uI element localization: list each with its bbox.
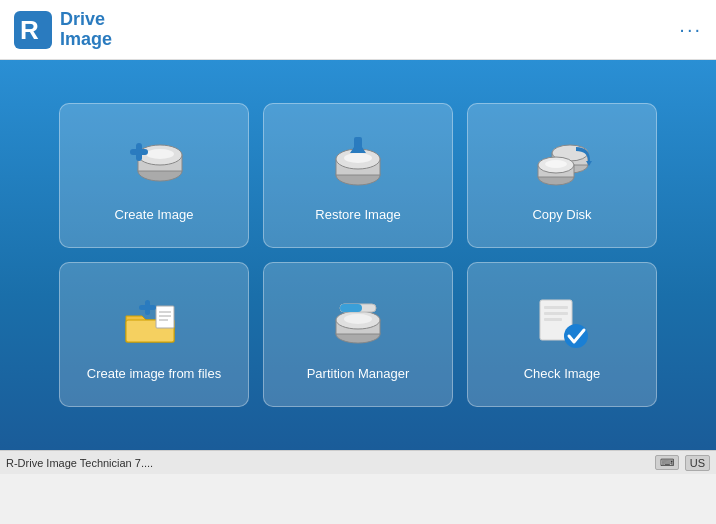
svg-rect-35 — [544, 306, 568, 309]
restore-image-button[interactable]: Restore Image — [263, 103, 453, 248]
main-content: Create Image Restore Image — [0, 60, 716, 450]
statusbar: R-Drive Image Technician 7.... ⌨ US — [0, 450, 716, 474]
svg-point-11 — [344, 153, 372, 163]
svg-rect-22 — [156, 306, 174, 328]
partition-manager-button[interactable]: Partition Manager — [263, 262, 453, 407]
statusbar-right: ⌨ US — [655, 455, 710, 471]
statusbar-text: R-Drive Image Technician 7.... — [6, 457, 153, 469]
create-image-files-label: Create image from files — [87, 366, 221, 381]
svg-point-20 — [545, 160, 567, 168]
feature-grid: Create Image Restore Image — [59, 103, 657, 407]
app-title-line2: Image — [60, 30, 112, 50]
svg-point-5 — [146, 149, 174, 159]
svg-text:R: R — [20, 15, 39, 45]
partition-manager-label: Partition Manager — [307, 366, 410, 381]
partition-manager-icon — [318, 288, 398, 358]
restore-image-icon — [318, 129, 398, 199]
create-image-files-icon — [114, 288, 194, 358]
copy-disk-button[interactable]: Copy Disk — [467, 103, 657, 248]
create-image-button[interactable]: Create Image — [59, 103, 249, 248]
create-image-icon — [114, 129, 194, 199]
app-title: Drive Image — [60, 10, 112, 50]
svg-rect-33 — [340, 304, 362, 312]
create-image-files-button[interactable]: Create image from files — [59, 262, 249, 407]
svg-rect-7 — [130, 149, 148, 155]
check-image-icon — [522, 288, 602, 358]
check-image-button[interactable]: Check Image — [467, 262, 657, 407]
menu-button[interactable]: ··· — [679, 18, 702, 41]
create-image-label: Create Image — [115, 207, 194, 222]
app-logo-icon: R — [14, 11, 52, 49]
svg-point-31 — [344, 314, 372, 324]
restore-image-label: Restore Image — [315, 207, 400, 222]
language-selector[interactable]: US — [685, 455, 710, 471]
copy-disk-icon — [522, 129, 602, 199]
copy-disk-label: Copy Disk — [532, 207, 591, 222]
app-title-line1: Drive — [60, 10, 112, 30]
keyboard-icon[interactable]: ⌨ — [655, 455, 679, 470]
svg-rect-36 — [544, 312, 568, 315]
statusbar-left: R-Drive Image Technician 7.... — [6, 457, 153, 469]
logo-area: R Drive Image — [14, 10, 112, 50]
header: R Drive Image ··· — [0, 0, 716, 60]
svg-rect-13 — [354, 137, 362, 151]
svg-rect-27 — [139, 305, 156, 310]
check-image-label: Check Image — [524, 366, 601, 381]
svg-rect-37 — [544, 318, 562, 321]
